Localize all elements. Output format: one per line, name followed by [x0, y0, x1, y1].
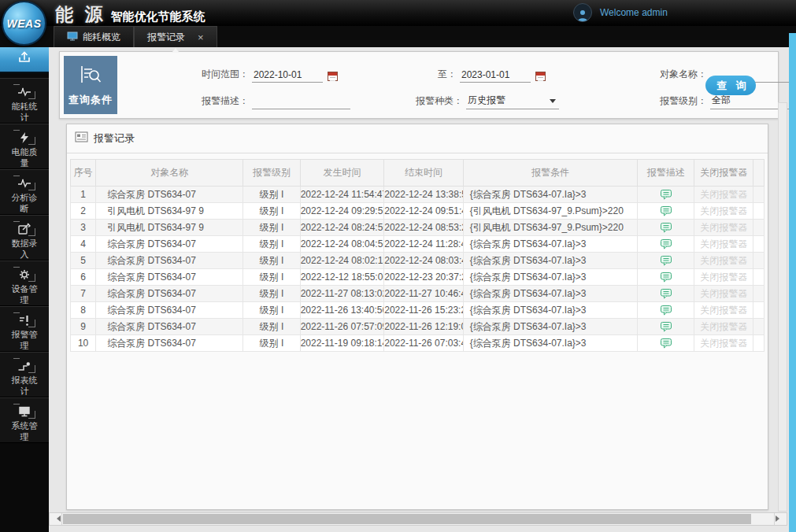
cell-no: 6: [71, 269, 96, 286]
monitor-icon: [67, 31, 78, 43]
table-row: 8 综合泵房 DTS634-07 级别 I 2022-11-26 13:40:5…: [71, 302, 765, 319]
cell-alarm-level: 级别 I: [243, 335, 300, 352]
alarm-records-table: 序号 对象名称 报警级别 发生时间 结束时间 报警条件 报警描述 关闭报警器 1…: [70, 159, 765, 352]
monitor-icon: [17, 405, 31, 418]
horizontal-scrollbar[interactable]: [49, 512, 787, 526]
cell-end-time: 2022-12-24 13:38:59: [384, 187, 464, 203]
comment-icon[interactable]: [660, 288, 672, 299]
sidebar-item-label: 报警管理: [8, 329, 41, 351]
cell-spacer: [753, 286, 764, 302]
comment-icon[interactable]: [660, 189, 672, 200]
tab-energy-overview[interactable]: 能耗概览: [54, 26, 134, 47]
calendar-icon[interactable]: [328, 72, 338, 81]
comment-icon[interactable]: [660, 272, 672, 283]
comment-icon[interactable]: [660, 321, 672, 332]
close-alarm-link[interactable]: 关闭报警器: [700, 222, 747, 233]
cell-end-time: 2022-12-24 08:53:26: [384, 220, 464, 236]
cell-alarm-condition: {综合泵房 DTS634-07.Ia}>3: [463, 335, 637, 352]
cell-start-time: 2022-12-12 18:55:06: [300, 269, 384, 286]
cell-end-time: 2022-11-27 10:46:48: [384, 286, 464, 302]
vertical-scrollbar[interactable]: [778, 102, 787, 512]
comment-icon[interactable]: [660, 222, 672, 233]
table-row: 4 综合泵房 DTS634-07 级别 I 2022-12-24 08:04:5…: [71, 236, 765, 253]
sidebar-item-label: 数据录入: [8, 238, 41, 260]
table-row: 2 引风电机 DTS634-97 9 级别 I 2022-12-24 09:29…: [71, 203, 765, 220]
query-panel: 查询条件 时间范围： 2022-10-01 至： 2023-01-01 对象名称…: [59, 51, 779, 119]
cell-alarm-condition: {综合泵房 DTS634-07.Ia}>3: [463, 253, 637, 269]
cell-alarm-condition: {综合泵房 DTS634-07.Ia}>3: [463, 319, 637, 335]
cell-no: 9: [71, 319, 96, 335]
close-alarm-link[interactable]: 关闭报警器: [700, 205, 747, 216]
table-row: 3 引风电机 DTS634-97 9 级别 I 2022-12-24 08:24…: [71, 220, 765, 236]
alarm-desc-label: 报警描述：: [202, 94, 249, 109]
table-header-row: 序号 对象名称 报警级别 发生时间 结束时间 报警条件 报警描述 关闭报警器: [71, 160, 765, 187]
col-close-alarm: 关闭报警器: [694, 160, 753, 187]
cell-end-time: 2022-12-24 09:51:46: [384, 203, 464, 220]
comment-icon[interactable]: [660, 305, 672, 316]
alarm-desc-input[interactable]: [252, 94, 350, 109]
sidebar-item-data-entry[interactable]: 数据录入: [0, 215, 49, 260]
sidebar-item-analysis[interactable]: 分析诊断: [0, 169, 49, 215]
cell-start-time: 2022-12-24 08:02:15: [300, 253, 384, 269]
cell-start-time: 2022-11-26 13:40:56: [300, 302, 384, 319]
sidebar-item-home[interactable]: [0, 45, 49, 73]
sidebar-menu: 能耗统计 电能质量: [0, 78, 49, 443]
comment-icon[interactable]: [660, 205, 672, 216]
alarm-level-label: 报警级别：: [660, 94, 707, 109]
close-alarm-link[interactable]: 关闭报警器: [700, 272, 747, 283]
cell-alarm-condition: {综合泵房 DTS634-07.Ia}>3: [463, 286, 637, 302]
close-alarm-link[interactable]: 关闭报警器: [700, 255, 747, 266]
close-alarm-link[interactable]: 关闭报警器: [700, 238, 747, 249]
time-from-input[interactable]: 2022-10-01: [252, 68, 323, 83]
col-alarm-desc: 报警描述: [638, 160, 694, 187]
sidebar-item-energy-stats[interactable]: 能耗统计: [0, 78, 49, 124]
scrollbar-thumb[interactable]: [63, 514, 751, 524]
comment-icon[interactable]: [660, 238, 672, 249]
sidebar-item-power-quality[interactable]: 电能质量: [0, 124, 49, 169]
scroll-left-arrow-icon[interactable]: [50, 513, 62, 525]
close-alarm-link[interactable]: 关闭报警器: [700, 321, 747, 332]
close-icon[interactable]: ×: [198, 32, 204, 42]
waveform-icon: [17, 86, 31, 98]
cell-end-time: 2022-12-23 20:37:25: [384, 269, 464, 286]
tab-alarm-records[interactable]: 报警记录 ×: [134, 26, 217, 47]
close-alarm-link[interactable]: 关闭报警器: [700, 189, 747, 200]
sidebar: 能耗统计 电能质量: [0, 45, 49, 532]
user-menu[interactable]: Welcome admin: [573, 3, 668, 22]
query-panel-title: 查询条件: [68, 93, 113, 107]
search-conditions-icon: [79, 64, 102, 89]
cell-object-name: 综合泵房 DTS634-07: [96, 236, 243, 253]
sidebar-item-system-mgmt[interactable]: 系统管理: [0, 397, 49, 443]
col-alarm-condition: 报警条件: [463, 160, 637, 187]
sidebar-item-label: 分析诊断: [8, 192, 41, 214]
comment-icon[interactable]: [660, 255, 672, 266]
close-alarm-link[interactable]: 关闭报警器: [700, 288, 747, 299]
alarm-type-select[interactable]: 历史报警: [466, 94, 559, 109]
close-alarm-link[interactable]: 关闭报警器: [700, 305, 747, 316]
cell-alarm-condition: {综合泵房 DTS634-07.Ia}>3: [463, 236, 637, 253]
comment-icon[interactable]: [660, 338, 672, 349]
close-alarm-link[interactable]: 关闭报警器: [700, 338, 747, 349]
time-to-input[interactable]: 2023-01-01: [460, 68, 531, 83]
search-button[interactable]: 查 询: [705, 76, 756, 95]
sidebar-item-report-stats[interactable]: 报表统计: [0, 352, 49, 397]
cell-alarm-level: 级别 I: [243, 253, 300, 269]
col-start-time: 发生时间: [300, 160, 384, 187]
cell-alarm-level: 级别 I: [243, 203, 300, 220]
cell-spacer: [753, 253, 764, 269]
records-section-header: 报警记录: [67, 124, 768, 153]
cell-alarm-condition: {综合泵房 DTS634-07.Ia}>3: [463, 269, 637, 286]
col-spacer: [753, 160, 764, 187]
col-no: 序号: [71, 160, 96, 187]
scroll-right-arrow-icon[interactable]: [774, 513, 787, 525]
sidebar-item-device-mgmt[interactable]: 设备管理: [0, 260, 49, 306]
cell-spacer: [753, 203, 764, 220]
sidebar-item-alarm-mgmt[interactable]: 报警管理: [0, 306, 49, 352]
calendar-icon[interactable]: [535, 72, 546, 81]
cell-start-time: 2022-11-19 09:18:14: [300, 335, 384, 352]
list-icon: [75, 131, 88, 146]
cell-no: 4: [71, 236, 96, 253]
cell-object-name: 综合泵房 DTS634-07: [96, 335, 243, 352]
cell-spacer: [753, 220, 764, 236]
cell-start-time: 2022-12-24 08:24:56: [300, 220, 384, 236]
